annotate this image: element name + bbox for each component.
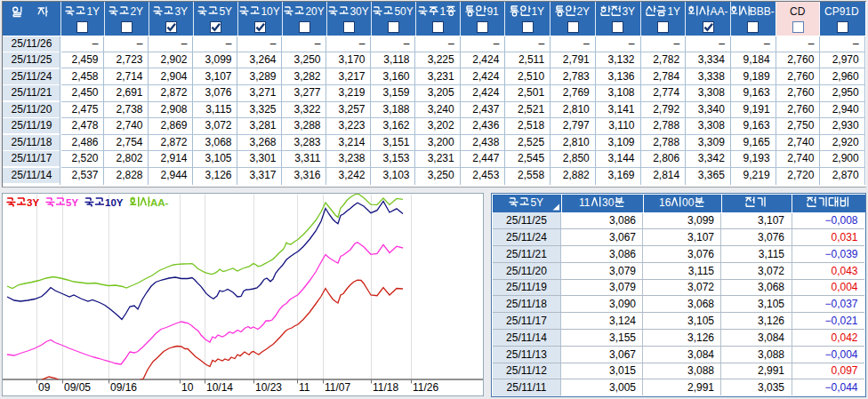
svg-text:AA-: AA- [710,5,727,18]
svg-text:1Y: 1Y [667,5,680,18]
svg-text:3Y: 3Y [27,197,39,208]
svg-text:00: 00 [682,196,695,209]
svg-text:2Y: 2Y [576,5,590,18]
svg-text:10: 10 [181,381,194,394]
svg-text:91: 91 [487,5,500,18]
svg-text:09/05: 09/05 [64,381,91,394]
svg-text:10/23: 10/23 [255,381,282,394]
svg-text:5Y: 5Y [66,197,78,208]
svg-text:10/14: 10/14 [206,381,233,394]
svg-text:09: 09 [38,381,51,394]
svg-text:11: 11 [579,196,591,209]
svg-text:2Y: 2Y [131,5,144,18]
svg-text:11/07: 11/07 [325,381,350,394]
svg-text:5Y: 5Y [531,196,544,209]
svg-text:11: 11 [299,381,310,394]
svg-text:20Y: 20Y [305,5,324,18]
svg-text:3Y: 3Y [175,5,189,18]
svg-text:AA-: AA- [150,197,169,208]
svg-text:5Y: 5Y [220,5,233,18]
svg-text:16: 16 [659,196,671,209]
svg-text:3Y: 3Y [622,5,635,18]
svg-text:30: 30 [602,196,615,209]
svg-text:1: 1 [440,5,446,18]
svg-text:10Y: 10Y [261,5,279,18]
svg-text:CD: CD [790,5,806,18]
svg-text:30Y: 30Y [350,5,368,18]
svg-text:BBB-: BBB- [750,5,775,18]
svg-text:09/16: 09/16 [110,381,137,394]
svg-text:11/26: 11/26 [413,381,438,394]
svg-text:10Y: 10Y [105,197,124,208]
svg-text:CP91D: CP91D [824,5,859,18]
svg-text:1Y: 1Y [532,5,545,18]
svg-text:50Y: 50Y [394,5,413,18]
svg-text:1Y: 1Y [86,5,100,18]
svg-text:11/18: 11/18 [373,381,398,394]
